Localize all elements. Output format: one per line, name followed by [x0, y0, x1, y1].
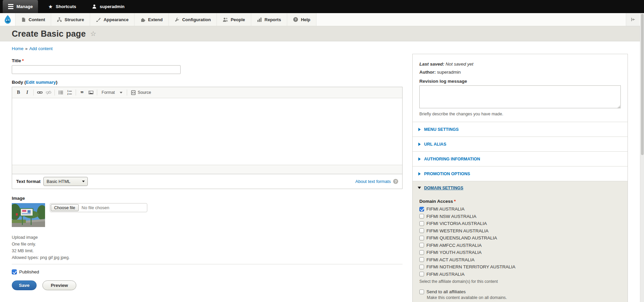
menu-item-help[interactable]: ? Help [287, 13, 316, 26]
domain-option[interactable]: FIFMI AMFCC AUSTRALIA [419, 242, 621, 249]
domain-access-label: Domain Access* [419, 199, 621, 204]
text-format-select[interactable]: Basic HTML [43, 177, 88, 186]
about-text-formats-link[interactable]: About text formats [355, 179, 391, 184]
breadcrumb: Home»Add content [12, 46, 403, 51]
toolbar-tab-shortcuts[interactable]: ★ Shortcuts [43, 0, 81, 13]
hamburger-icon [8, 4, 13, 9]
unlink-button[interactable] [44, 88, 53, 97]
username-label: superadmin [100, 4, 125, 9]
numbered-list-button[interactable]: 1 2 [65, 88, 74, 97]
admin-menu-tray: Content Structure Appearance Extend Conf… [0, 13, 644, 26]
page-scrollbar[interactable] [640, 13, 644, 302]
admin-toolbar: Manage ★ Shortcuts superadmin [0, 0, 644, 13]
link-button[interactable] [35, 88, 44, 97]
insert-image-button[interactable] [86, 88, 95, 97]
checkbox[interactable] [419, 243, 424, 248]
domain-option[interactable]: FIFMI AUSTRALIA [419, 271, 621, 278]
domain-option[interactable]: FIFMI NOTHERN TERRITORY AUSTRALIA [419, 263, 621, 271]
source-button[interactable]: Source [129, 90, 153, 95]
checkbox[interactable] [419, 272, 424, 276]
shortcut-star-icon[interactable]: ☆ [90, 30, 96, 38]
checkbox[interactable] [419, 257, 424, 262]
toolbar-tab-user[interactable]: superadmin [86, 0, 130, 13]
bold-button[interactable]: B [14, 88, 23, 97]
domain-settings-panel: Domain Access* FIFMI AUSTRALIA FIFMI NSW… [413, 194, 628, 302]
preview-button[interactable]: Preview [42, 280, 76, 290]
structure-icon [57, 17, 62, 22]
checkbox[interactable] [419, 265, 424, 269]
paragraph-format-dropdown[interactable]: Format [99, 90, 125, 95]
breadcrumb-add-content-link[interactable]: Add content [29, 46, 52, 51]
menu-item-structure[interactable]: Structure [51, 13, 90, 26]
section-authoring-information[interactable]: AUTHORING INFORMATION [413, 151, 628, 166]
body-field-label: Body (Edit summary) [12, 80, 403, 85]
help-icon: ? [293, 17, 298, 22]
domain-access-help: Select the affiliate domain(s) for this … [419, 279, 621, 284]
chevron-down-icon [120, 92, 122, 93]
checkbox[interactable] [419, 228, 424, 233]
checkbox[interactable] [419, 221, 424, 226]
textarea-resize-grip[interactable] [617, 105, 620, 108]
published-checkbox[interactable] [12, 269, 17, 274]
checkbox[interactable] [419, 250, 424, 255]
domain-option[interactable]: FIFMI WESTERN AUSTRALIA [419, 227, 621, 235]
image-upload-help: Upload image One file only. 32 MB limit.… [12, 234, 403, 261]
italic-button[interactable]: I [23, 88, 32, 97]
checkbox[interactable] [419, 236, 424, 240]
bulleted-list-button[interactable] [56, 88, 65, 97]
image-thumbnail [12, 203, 45, 227]
title-field-label: Title* [12, 58, 403, 63]
source-icon [131, 90, 136, 95]
domain-option[interactable]: FIFMI YOUTH AUSTRALIA [419, 249, 621, 256]
checkbox[interactable] [419, 207, 424, 212]
title-input[interactable] [12, 65, 181, 74]
domain-option[interactable]: FIFMI ACT AUSTRALIA [419, 256, 621, 264]
text-format-label: Text format [16, 179, 41, 184]
revision-log-help: Briefly describe the changes you have ma… [419, 112, 621, 116]
breadcrumb-home-link[interactable]: Home [12, 46, 24, 51]
last-saved-line: Last saved: Not saved yet [419, 62, 621, 67]
domain-option[interactable]: FIFMI VICTORIA AUSTRALIA [419, 220, 621, 227]
toolbar-tab-manage[interactable]: Manage [3, 0, 38, 13]
checkbox[interactable] [419, 214, 424, 219]
section-domain-settings[interactable]: DOMAIN SETTINGS [413, 181, 628, 194]
drupal-logo[interactable] [0, 13, 15, 26]
manage-label: Manage [16, 4, 33, 9]
toolbar-orientation-toggle[interactable] [626, 13, 639, 26]
editor-bottom-bar [12, 165, 402, 174]
image-field-label: Image [12, 196, 403, 201]
menu-item-reports[interactable]: Reports [251, 13, 287, 26]
section-menu-settings[interactable]: MENU SETTINGS [413, 122, 628, 137]
menu-item-people[interactable]: People [217, 13, 251, 26]
menu-item-configuration[interactable]: Configuration [169, 13, 217, 26]
editor-content-area[interactable] [12, 98, 402, 165]
page-title-bar: Create Basic page ☆ [0, 26, 644, 41]
blockquote-button[interactable]: ❞ [78, 88, 86, 97]
menu-item-appearance[interactable]: Appearance [90, 13, 135, 26]
send-to-all-affiliates-row[interactable]: Send to all affiliates [419, 289, 621, 294]
domain-option[interactable]: FIFMI NSW AUSTRALIA [419, 213, 621, 220]
domain-option[interactable]: FIFMI AUSTRALIA [419, 205, 621, 213]
save-button[interactable]: Save [12, 280, 37, 290]
collapsed-arrow-icon [418, 143, 421, 146]
menu-item-extend[interactable]: Extend [135, 13, 168, 26]
collapsed-arrow-icon [418, 172, 421, 176]
section-url-alias[interactable]: URL ALIAS [413, 137, 628, 151]
choose-file-button[interactable]: Choose file [51, 204, 79, 211]
published-checkbox-row[interactable]: Published [12, 269, 403, 274]
domain-option[interactable]: FIFMI QUEENSLAND AUSTRALIA [419, 234, 621, 242]
scrollbar-thumb[interactable] [641, 14, 644, 155]
author-line: Author: superadmin [419, 70, 621, 75]
edit-summary-link[interactable]: Edit summary [26, 80, 56, 85]
no-file-chosen-text: No file chosen [82, 205, 109, 210]
image-file-input[interactable]: Choose file No file chosen [50, 203, 147, 212]
revision-log-textarea[interactable] [419, 85, 621, 108]
menu-item-content[interactable]: Content [15, 13, 51, 26]
revision-log-label: Revision log message [419, 79, 621, 84]
page-title: Create Basic page [12, 29, 86, 39]
domain-access-options: FIFMI AUSTRALIA FIFMI NSW AUSTRALIA FIFM… [419, 205, 621, 278]
bulleted-list-icon [58, 90, 64, 95]
send-all-checkbox[interactable] [419, 290, 424, 294]
section-promotion-options[interactable]: PROMOTION OPTIONS [413, 166, 628, 181]
shortcuts-label: Shortcuts [56, 4, 76, 9]
